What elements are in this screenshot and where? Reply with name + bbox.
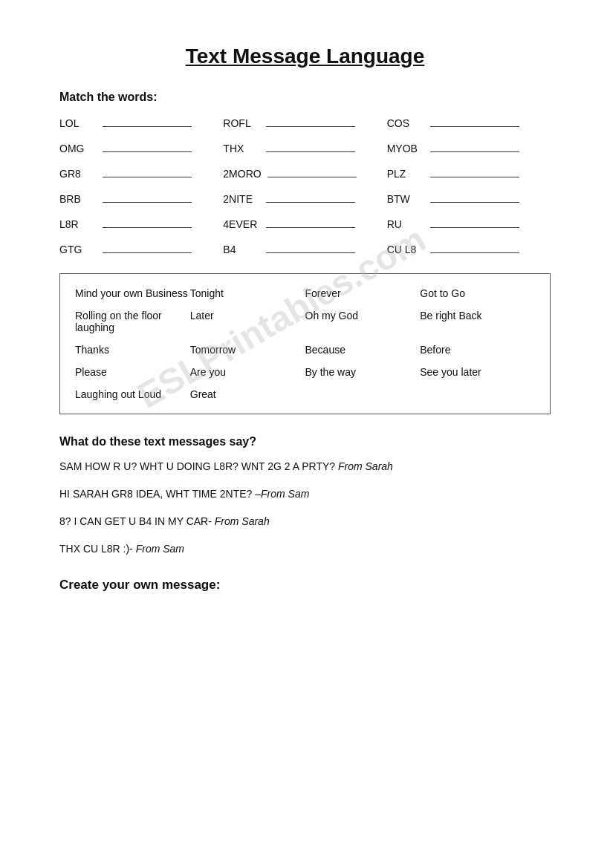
match-item: LOL	[59, 117, 223, 129]
abbr-label: L8R	[59, 218, 97, 230]
answer-blank[interactable]	[266, 227, 355, 228]
word-box-item: Great	[190, 388, 305, 400]
answer-blank[interactable]	[266, 151, 355, 152]
word-box-item: Be right Back	[420, 310, 535, 333]
word-box-item: See you later	[420, 366, 535, 378]
message-line: 8? I CAN GET U B4 IN MY CAR- From Sarah	[59, 514, 551, 529]
match-item: COS	[387, 117, 551, 129]
word-box-item: Tomorrow	[190, 344, 305, 356]
word-box-item: By the way	[305, 366, 421, 378]
match-item: BRB	[59, 193, 223, 205]
message-from: From Sarah	[338, 460, 393, 472]
answer-blank[interactable]	[266, 252, 355, 253]
answer-blank[interactable]	[103, 227, 192, 228]
answer-blank[interactable]	[266, 126, 355, 127]
answer-blank[interactable]	[267, 177, 357, 177]
word-box-item: Oh my God	[305, 310, 421, 333]
word-box-item: Rolling on the floor laughing	[75, 310, 190, 333]
match-item: PLZ	[387, 168, 551, 180]
abbr-label: 4EVER	[223, 218, 260, 230]
abbr-label: 2MORO	[223, 168, 261, 180]
answer-blank[interactable]	[430, 227, 519, 228]
messages-list: SAM HOW R U? WHT U DOING L8R? WNT 2G 2 A…	[59, 459, 551, 557]
match-item: 2NITE	[223, 193, 386, 205]
word-box-item: Please	[75, 366, 190, 378]
match-item: 2MORO	[223, 168, 386, 180]
word-box-item: Tonight	[190, 287, 305, 299]
abbr-label: B4	[223, 244, 260, 255]
abbr-label: ROFL	[223, 117, 260, 129]
messages-heading: What do these text messages say?	[59, 435, 551, 448]
word-box: Mind your own BusinessTonightForeverGot …	[59, 273, 551, 414]
word-box-item: Before	[420, 344, 535, 356]
page-title: Text Message Language	[59, 45, 551, 68]
answer-blank[interactable]	[103, 151, 192, 152]
match-item: OMG	[59, 143, 223, 154]
messages-section: What do these text messages say? SAM HOW…	[59, 435, 551, 557]
word-box-item: Because	[305, 344, 421, 356]
word-box-item: Forever	[305, 287, 421, 299]
word-box-item: Are you	[190, 366, 305, 378]
abbr-label: BTW	[387, 193, 424, 205]
answer-blank[interactable]	[430, 252, 519, 253]
create-section: Create your own message:	[59, 578, 551, 593]
answer-blank[interactable]	[103, 252, 192, 253]
answer-blank[interactable]	[103, 126, 192, 127]
abbr-label: COS	[387, 117, 424, 129]
answer-blank[interactable]	[430, 177, 519, 177]
abbr-label: LOL	[59, 117, 97, 129]
abbr-label: MYOB	[387, 143, 424, 154]
message-line: SAM HOW R U? WHT U DOING L8R? WNT 2G 2 A…	[59, 459, 551, 474]
message-from: From Sam	[136, 543, 184, 555]
word-box-item	[305, 388, 421, 400]
message-from: From Sarah	[215, 515, 270, 527]
answer-blank[interactable]	[430, 151, 519, 152]
message-text: HI SARAH GR8 IDEA, WHT TIME 2NTE?	[59, 488, 255, 500]
match-item: THX	[223, 143, 386, 154]
word-box-item: Mind your own Business	[75, 287, 190, 299]
abbr-label: 2NITE	[223, 193, 260, 205]
abbr-label: CU L8	[387, 244, 424, 255]
match-item: BTW	[387, 193, 551, 205]
message-text: 8? I CAN GET U B4 IN MY CAR-	[59, 515, 215, 527]
word-box-item: Got to Go	[420, 287, 535, 299]
match-item: MYOB	[387, 143, 551, 154]
match-item: GR8	[59, 168, 223, 180]
abbr-label: OMG	[59, 143, 97, 154]
message-line: THX CU L8R :)- From Sam	[59, 541, 551, 557]
abbr-label: BRB	[59, 193, 97, 205]
abbr-label: THX	[223, 143, 260, 154]
message-text: THX CU L8R :)-	[59, 543, 136, 555]
word-box-item: Laughing out Loud	[75, 388, 190, 400]
word-box-grid: Mind your own BusinessTonightForeverGot …	[75, 287, 535, 400]
abbr-label: GR8	[59, 168, 97, 180]
answer-blank[interactable]	[430, 202, 519, 203]
create-heading: Create your own message:	[59, 578, 551, 593]
match-item: RU	[387, 218, 551, 230]
match-grid: LOLROFLCOSOMGTHXMYOBGR82MOROPLZBRB2NITEB…	[59, 117, 551, 255]
answer-blank[interactable]	[266, 202, 355, 203]
abbr-label: GTG	[59, 244, 97, 255]
abbr-label: RU	[387, 218, 424, 230]
match-item: GTG	[59, 244, 223, 255]
word-box-item	[420, 388, 535, 400]
word-box-item: Thanks	[75, 344, 190, 356]
answer-blank[interactable]	[430, 126, 519, 127]
match-item: CU L8	[387, 244, 551, 255]
match-item: L8R	[59, 218, 223, 230]
message-text: SAM HOW R U? WHT U DOING L8R? WNT 2G 2 A…	[59, 460, 338, 472]
match-item: B4	[223, 244, 386, 255]
match-section: Match the words: LOLROFLCOSOMGTHXMYOBGR8…	[59, 91, 551, 255]
abbr-label: PLZ	[387, 168, 424, 180]
match-item: 4EVER	[223, 218, 386, 230]
message-line: HI SARAH GR8 IDEA, WHT TIME 2NTE? –From …	[59, 486, 551, 502]
answer-blank[interactable]	[103, 202, 192, 203]
match-item: ROFL	[223, 117, 386, 129]
word-box-item: Later	[190, 310, 305, 333]
message-from: –From Sam	[255, 488, 309, 500]
answer-blank[interactable]	[103, 177, 192, 177]
match-heading: Match the words:	[59, 91, 551, 104]
